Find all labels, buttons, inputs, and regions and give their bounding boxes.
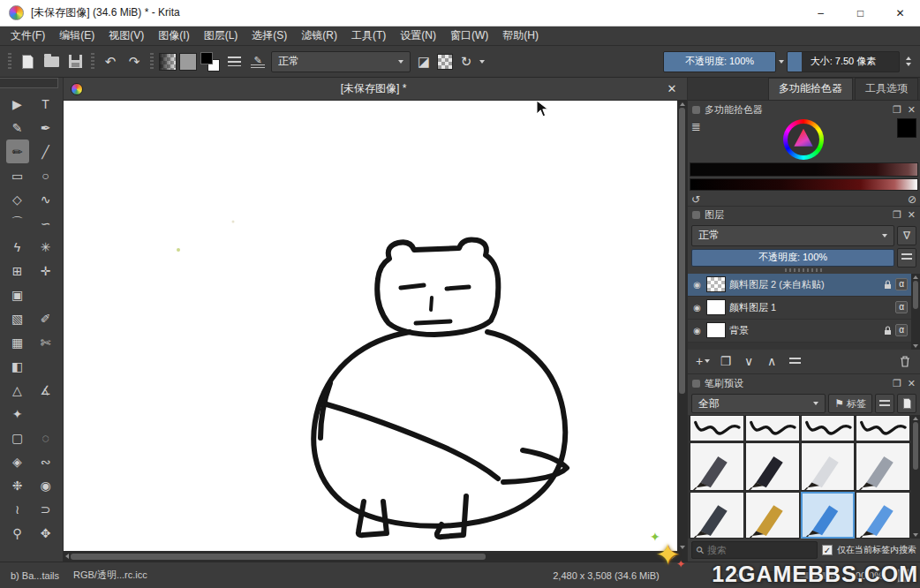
scroll-up-icon[interactable] xyxy=(913,275,918,279)
brush-search-box[interactable]: ⚲ xyxy=(691,541,818,559)
brush-preset-pen-8[interactable] xyxy=(856,492,910,539)
brush-size-slider[interactable]: 大小: 7.50 像素 xyxy=(787,51,900,72)
tool-reference-images[interactable]: ✦ xyxy=(6,402,29,426)
reload-dropdown-icon[interactable] xyxy=(479,60,485,64)
preserve-alpha-button[interactable] xyxy=(437,54,453,70)
alpha-badge[interactable]: α xyxy=(895,324,908,336)
color-triangle[interactable] xyxy=(791,127,816,152)
brushes-docker-header[interactable]: 笔刷预设 ❐ ✕ xyxy=(688,374,920,392)
blending-mode-select[interactable]: 正常 xyxy=(271,51,411,72)
tool-freehand-select[interactable]: ∾ xyxy=(34,449,57,473)
tool-rectangle[interactable]: ▭ xyxy=(6,163,29,187)
opacity-slider[interactable]: 不透明度: 100% xyxy=(663,51,776,72)
scroll-up-icon[interactable] xyxy=(913,417,918,420)
undo-button[interactable]: ↶ xyxy=(100,50,121,73)
close-button[interactable]: ✕ xyxy=(880,0,920,26)
brush-preset-pen-5[interactable] xyxy=(690,492,744,539)
brush-preset-stroke-1[interactable] xyxy=(690,415,744,441)
toolbar-handle[interactable] xyxy=(150,53,154,71)
layer-row[interactable]: ◉ 颜料图层 1 α xyxy=(688,297,911,320)
pattern-chooser[interactable] xyxy=(179,53,197,71)
menu-item[interactable]: 设置(N) xyxy=(393,28,443,43)
color-wheel[interactable] xyxy=(783,119,824,160)
tool-calligraphy[interactable]: ✒ xyxy=(34,116,57,139)
layer-visibility-icon[interactable]: ◉ xyxy=(691,303,703,313)
brush-size-spinner[interactable] xyxy=(902,51,915,72)
canvas-vertical-scrollbar[interactable] xyxy=(677,101,687,551)
menu-item[interactable]: 工具(T) xyxy=(344,28,393,43)
document-tab[interactable]: [未保存图像] * ✕ xyxy=(64,78,687,101)
add-layer-button[interactable]: + xyxy=(692,351,713,371)
zoom-slider-thumb[interactable] xyxy=(830,570,833,581)
vertical-scroll-thumb[interactable] xyxy=(679,108,685,394)
layer-row[interactable]: ◉ 颜料图层 2 (来自粘贴) α xyxy=(688,274,911,297)
menu-item[interactable]: 窗口(W) xyxy=(443,28,495,43)
preset-details-button[interactable] xyxy=(897,394,916,413)
layer-visibility-icon[interactable]: ◉ xyxy=(691,326,703,335)
brush-preset-stroke-4[interactable] xyxy=(856,415,910,441)
opacity-dropdown-icon[interactable] xyxy=(779,60,784,64)
layer-filter-button[interactable]: ∇ xyxy=(897,226,916,245)
selector-settings-icon[interactable]: ≣ xyxy=(691,120,701,133)
tool-magnetic-select[interactable]: ⊃ xyxy=(34,497,57,521)
scroll-down-icon[interactable] xyxy=(913,533,918,537)
scroll-right-icon[interactable] xyxy=(672,554,675,559)
brush-tag-filter-select[interactable]: 全部 xyxy=(691,394,826,413)
tag-button[interactable]: ⚑ 标签 xyxy=(828,394,872,413)
status-mini-dropdown[interactable] xyxy=(730,569,746,583)
gamut-mask-off-icon[interactable]: ⊘ xyxy=(908,193,916,206)
redo-button[interactable]: ↷ xyxy=(124,50,145,73)
brush-preset-pen-7[interactable] xyxy=(801,492,856,539)
tool-color-sampler[interactable]: ✐ xyxy=(34,306,57,330)
tool-rect-select[interactable]: ▢ xyxy=(6,426,29,449)
layer-options-button[interactable] xyxy=(897,248,916,268)
zoom-slider[interactable] xyxy=(760,571,836,580)
alpha-badge[interactable]: α xyxy=(895,301,908,313)
delete-layer-button[interactable] xyxy=(894,351,916,371)
alpha-badge[interactable]: α xyxy=(895,278,908,290)
open-document-button[interactable] xyxy=(41,50,62,73)
tool-bezier-curve[interactable]: ⌒ xyxy=(6,211,29,235)
tool-multibrush[interactable]: ✳ xyxy=(34,235,57,259)
spin-down-icon[interactable] xyxy=(906,63,911,66)
tool-text[interactable]: T xyxy=(34,92,57,116)
scroll-down-icon[interactable] xyxy=(913,344,918,348)
move-layer-down-button[interactable]: ∨ xyxy=(738,351,759,371)
layer-properties-button[interactable] xyxy=(784,351,805,371)
close-docker-icon[interactable]: ✕ xyxy=(908,104,916,116)
toolbar-handle[interactable] xyxy=(91,53,94,71)
brush-preset-pen-4[interactable] xyxy=(856,442,910,491)
dock-tab[interactable]: 工具选项 xyxy=(855,78,918,100)
menu-item[interactable]: 选择(S) xyxy=(245,28,294,43)
display-mode-button[interactable] xyxy=(875,394,894,413)
layer-list-scrollbar[interactable] xyxy=(911,274,920,350)
tool-fill[interactable]: ◧ xyxy=(6,354,29,378)
duplicate-layer-button[interactable]: ❐ xyxy=(715,351,736,371)
edit-brush-settings-button[interactable]: ✎ xyxy=(247,50,268,73)
tool-assistants[interactable]: △ xyxy=(6,378,29,402)
tool-edit-shapes[interactable]: ✎ xyxy=(6,116,29,139)
menu-item[interactable]: 滤镜(R) xyxy=(294,28,344,43)
tool-freehand-brush[interactable]: ✏ xyxy=(6,139,29,163)
tool-gradient[interactable]: ▧ xyxy=(6,306,29,330)
eraser-mode-button[interactable]: ◪ xyxy=(413,50,434,73)
scroll-thumb[interactable] xyxy=(913,422,918,470)
menu-item[interactable]: 视图(V) xyxy=(102,28,151,43)
minimize-button[interactable]: – xyxy=(801,0,841,26)
scroll-up-icon[interactable] xyxy=(680,102,685,106)
layer-visibility-icon[interactable]: ◉ xyxy=(691,280,703,290)
gradient-chooser[interactable] xyxy=(159,53,177,71)
tool-transform[interactable]: ⊞ xyxy=(6,259,29,283)
tool-polygon-select[interactable]: ◈ xyxy=(6,449,29,473)
reload-preset-button[interactable]: ↻ xyxy=(456,50,477,73)
tool-move[interactable]: ✛ xyxy=(34,259,57,283)
new-document-button[interactable] xyxy=(17,50,38,73)
status-corner-button[interactable] xyxy=(897,569,909,583)
horizontal-scroll-thumb[interactable] xyxy=(71,554,486,560)
tool-smart-patch[interactable]: ✄ xyxy=(34,330,57,354)
tool-measure[interactable]: ∡ xyxy=(34,378,57,402)
search-in-tag-checkbox[interactable]: ✓ xyxy=(822,545,833,555)
maximize-button[interactable]: □ xyxy=(841,0,880,26)
tool-dynamic-brush[interactable]: ϟ xyxy=(6,235,29,259)
drawing-canvas[interactable] xyxy=(64,101,677,551)
